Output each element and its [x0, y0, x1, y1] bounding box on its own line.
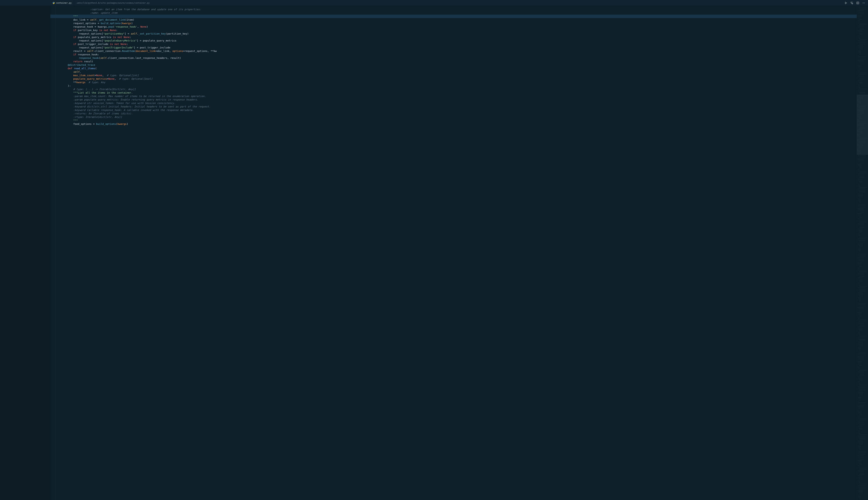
code-line[interactable]: if response_hook:	[57, 53, 857, 56]
minimap-line	[859, 492, 863, 493]
minimap-line	[858, 485, 865, 486]
code-line[interactable]: if populate_query_metrics is not None:	[57, 35, 857, 39]
minimap-line	[858, 437, 865, 437]
code-line[interactable]: result = self.client_connection.ReadItem…	[57, 49, 857, 53]
minimap-line	[859, 186, 860, 186]
code-line[interactable]: :param max_item_count: Max number of ite…	[57, 94, 857, 98]
code-line[interactable]: :keyword dict[str,str] initial_headers: …	[57, 105, 857, 108]
minimap-line	[858, 368, 860, 368]
minimap-line	[859, 122, 867, 122]
minimap-line	[858, 155, 866, 156]
minimap-line	[859, 275, 865, 275]
code-line[interactable]: request_options["partitionKey"] = self._…	[57, 32, 857, 35]
code-line[interactable]: response_hook = kwargs.pop('response_hoo…	[57, 25, 857, 29]
code-line[interactable]: doc_link = self._get_document_link(item)	[57, 18, 857, 22]
code-area[interactable]: :caption: Get an item from the database …	[57, 6, 857, 500]
code-line[interactable]: """	[57, 14, 857, 18]
code-line[interactable]: self,	[57, 70, 857, 73]
minimap-line	[858, 37, 860, 37]
minimap-line	[859, 113, 864, 114]
svg-point-6	[864, 3, 865, 3]
minimap-line	[859, 459, 864, 459]
minimap-line	[858, 124, 865, 125]
minimap-line	[859, 89, 867, 89]
minimap-line	[858, 16, 862, 16]
run-icon[interactable]	[844, 1, 847, 4]
code-line[interactable]: populate_query_metrics=None, # type: Opt…	[57, 77, 857, 81]
minimap-line	[858, 393, 863, 393]
code-line[interactable]: """List all the items in the container.	[57, 91, 857, 94]
minimap-line	[859, 211, 864, 211]
code-line[interactable]: return result	[57, 60, 857, 63]
tab-bar: container.py .venv/lib/python3.8/site-pa…	[0, 0, 868, 6]
code[interactable]: :caption: Get an item from the database …	[57, 6, 857, 130]
code-line[interactable]: """	[57, 119, 857, 122]
minimap-line	[859, 252, 861, 252]
minimap-line	[859, 385, 867, 385]
minimap-line	[859, 192, 865, 193]
minimap-line	[859, 147, 863, 147]
code-line[interactable]: ):	[57, 84, 857, 88]
minimap-line	[859, 389, 865, 389]
code-line[interactable]: **kwargs # type: Any	[57, 81, 857, 84]
minimap-line	[859, 380, 863, 380]
code-line[interactable]: feed_options = build_options(kwargs)	[57, 122, 857, 126]
minimap-line	[859, 290, 865, 290]
minimap[interactable]	[857, 6, 868, 500]
minimap-line	[858, 462, 862, 462]
minimap-line	[859, 168, 862, 168]
minimap-line	[859, 163, 864, 163]
minimap-line	[858, 347, 861, 347]
minimap-line	[859, 478, 863, 478]
minimap-line	[858, 134, 860, 135]
minimap-line	[859, 206, 866, 206]
code-line[interactable]: if post_trigger_include is not None:	[57, 42, 857, 46]
minimap-line	[858, 465, 860, 466]
code-line[interactable]: :param populate_query_metrics: Enable re…	[57, 98, 857, 101]
code-line[interactable]: request_options["postTriggerInclude"] = …	[57, 46, 857, 49]
code-line[interactable]: def read_all_items(	[57, 67, 857, 70]
code-line[interactable]: :keyword str session_token: Token for us…	[57, 101, 857, 105]
code-line[interactable]: :name: update_item	[57, 11, 857, 14]
code-line[interactable]: :rtype: Iterable[dict[str, Any]]	[57, 115, 857, 119]
minimap-line	[859, 423, 865, 424]
tab-label: container.py	[56, 2, 71, 4]
minimap-line	[859, 325, 865, 325]
code-line[interactable]: if partition_key is not None:	[57, 29, 857, 32]
minimap-line	[859, 434, 867, 435]
minimap-line	[859, 39, 867, 39]
code-line[interactable]: response_hook(self.client_connection.las…	[57, 56, 857, 60]
minimap-line	[859, 142, 865, 142]
minimap-line	[858, 254, 866, 254]
code-line[interactable]: request_options = build_options(kwargs)	[57, 22, 857, 25]
code-line[interactable]: # type: (...) -> Iterable[Dict[str, Any]…	[57, 88, 857, 91]
code-line[interactable]: :returns: An Iterable of items (dicts).	[57, 112, 857, 115]
minimap-line	[858, 480, 860, 480]
breadcrumb[interactable]: .venv/lib/python3.8/site-packages/azure/…	[74, 0, 151, 6]
minimap-line	[858, 170, 860, 170]
source-control-compare-icon[interactable]	[850, 1, 854, 4]
minimap-line	[858, 283, 860, 283]
minimap-line	[859, 449, 861, 450]
minimap-line	[858, 496, 861, 497]
gutter	[50, 6, 57, 500]
minimap-line	[858, 120, 860, 120]
minimap-line	[858, 208, 864, 209]
minimap-line	[858, 52, 861, 52]
minimap-line	[858, 70, 860, 70]
code-line[interactable]: :caption: Get an item from the database …	[57, 8, 857, 11]
minimap-line	[859, 137, 860, 137]
code-line[interactable]: @distributed_trace	[57, 63, 857, 67]
minimap-line	[858, 383, 860, 383]
tab-container-py[interactable]: container.py	[50, 0, 74, 6]
minimap-line	[859, 128, 865, 128]
code-line[interactable]: request_options["populateQueryMetrics"] …	[57, 39, 857, 42]
more-icon[interactable]	[862, 1, 865, 4]
minimap-line	[858, 149, 861, 149]
minimap-line	[859, 285, 860, 285]
code-line[interactable]: :keyword Callable response_hook: A calla…	[57, 108, 857, 112]
code-line[interactable]: max_item_count=None, # type: Optional[in…	[57, 73, 857, 77]
minimap-line	[859, 14, 864, 15]
minimap-line	[859, 291, 865, 292]
split-editor-icon[interactable]	[856, 1, 859, 4]
